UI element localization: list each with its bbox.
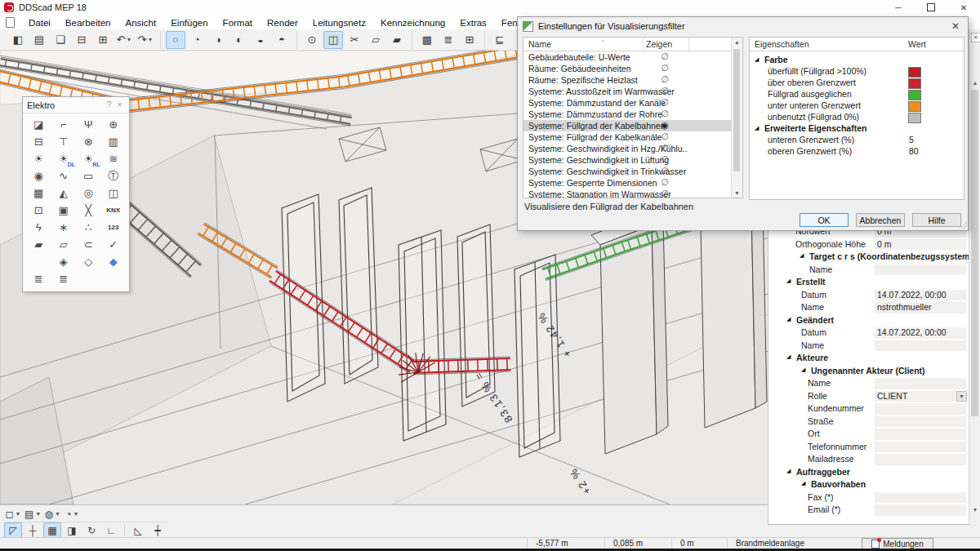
panel-row[interactable]: Datum14.07.2022, 00:00 [768, 289, 969, 302]
panel-row[interactable]: ◢Ungenannter Akteur (Client) [768, 365, 969, 378]
eye-hidden-icon[interactable]: ∅ [654, 109, 675, 119]
color-swatch[interactable] [908, 113, 921, 123]
eye-hidden-icon[interactable]: ∅ [654, 86, 675, 96]
panel-value-field[interactable]: 14.07.2022, 00:00 [875, 327, 966, 339]
junction-wye-icon[interactable]: Ψ [76, 116, 101, 133]
enclosure-blue-icon[interactable]: ◆ [101, 253, 127, 270]
fan-control-icon[interactable]: ∗ [51, 219, 77, 236]
panel-row[interactable]: ◢Bauvorhaben [768, 478, 969, 491]
panel-value-field[interactable] [875, 416, 966, 428]
lamp-outlet-icon[interactable]: ⊗ [76, 133, 101, 150]
panel-scrollbar[interactable]: ✕ ▲ ▼ [969, 29, 980, 524]
panel-close-icon[interactable]: ✕ [971, 33, 980, 42]
eye-hidden-icon[interactable]: ∅ [654, 143, 675, 153]
resize-grip[interactable] [960, 222, 967, 229]
panel-value-field[interactable] [875, 264, 966, 276]
eye-hidden-icon[interactable]: ∅ [654, 97, 675, 108]
circuit-numbering-icon[interactable]: 123 [101, 219, 127, 236]
view-axonometric-icon[interactable]: ◓ [272, 31, 292, 49]
filter-row[interactable]: Systeme: Geschwindigkeit in Hzg./Kühlu..… [523, 143, 742, 154]
panel-row[interactable]: Namenstrothmueller [768, 301, 969, 314]
menu-item-format[interactable]: Format [216, 18, 260, 28]
filter-row[interactable]: Systeme: Geschwindigkeit in Trinkwasser∅ [523, 166, 742, 177]
scroll-down-icon[interactable]: ▼ [969, 507, 980, 513]
eye-hidden-icon[interactable]: ∅ [654, 166, 675, 176]
scrollbar-thumb[interactable] [971, 90, 978, 416]
eye-hidden-icon[interactable]: ∅ [654, 189, 675, 198]
thermostat-icon[interactable]: Ⓣ [101, 167, 127, 184]
eye-hidden-icon[interactable]: ∅ [654, 74, 675, 85]
menu-item-bearbeiten[interactable]: Bearbeiten [58, 18, 118, 28]
origin-cross-icon[interactable]: ┿ [149, 522, 167, 538]
control-device-icon[interactable]: ▭ [76, 167, 101, 184]
property-row[interactable]: Füllgrad ausgeglichen [750, 89, 964, 100]
display-panel-icon[interactable]: ▣ [51, 202, 77, 219]
view-east-icon[interactable]: ◒ [251, 31, 270, 49]
panel-row[interactable]: RolleCLIENT▼ [768, 390, 969, 403]
filter-row[interactable]: Systeme: Ausstoßzeit im Warmwasser∅ [523, 86, 742, 97]
tree-collapse-icon[interactable]: ◢ [786, 316, 791, 322]
panel-value-field[interactable] [875, 492, 966, 504]
panel-value-field[interactable] [875, 454, 966, 465]
plug-node-icon[interactable]: ϟ [26, 219, 51, 236]
property-value[interactable]: 80 [909, 146, 919, 156]
new-file-icon[interactable] [6, 17, 15, 28]
panel-row[interactable]: Ort [768, 428, 969, 441]
tree-collapse-icon[interactable]: ◢ [786, 468, 791, 474]
panel-value-field[interactable] [875, 429, 966, 440]
model-globe-icon[interactable]: ◍▼ [43, 506, 61, 522]
menu-item-einfügen[interactable]: Einfügen [163, 18, 215, 28]
close-icon[interactable]: ✕ [947, 0, 980, 15]
view-perspective-icon[interactable]: ○ [166, 31, 185, 49]
tree-collapse-icon[interactable]: ◢ [786, 278, 791, 284]
panel-row[interactable]: Telefonnummer [768, 441, 969, 454]
double-switch-icon[interactable]: ⊤ [51, 133, 77, 150]
panel-row[interactable]: Email (*) [768, 504, 969, 517]
panel-value-field[interactable] [875, 340, 966, 352]
axis-tool-icon[interactable]: ∟ [102, 522, 120, 538]
antenna-field-large-icon[interactable]: ≣ [51, 270, 77, 287]
menu-item-kennzeichnung[interactable]: Kennzeichnung [373, 18, 452, 28]
temperature-sensor-icon[interactable]: ∿ [51, 167, 77, 184]
paste-detail-icon[interactable]: ▰ [387, 31, 407, 49]
antenna-field-small-icon[interactable]: ≣ [26, 270, 51, 287]
view-style-cube-icon[interactable]: ◻▼ [4, 506, 22, 522]
column-name[interactable]: Name [528, 39, 551, 49]
filter-row[interactable]: Systeme: Dämmzustand der Kanäle∅ [523, 97, 742, 109]
filter-row[interactable]: Räume: Gebäudeeinheiten∅ [523, 63, 742, 74]
tree-collapse-icon[interactable]: ◢ [755, 125, 759, 131]
minimize-icon[interactable]: ─ [882, 0, 915, 15]
menu-item-render[interactable]: Render [260, 18, 305, 28]
frame-outlet-icon[interactable]: ⊡ [26, 202, 51, 219]
dropdown-caret-icon[interactable]: ▼ [35, 511, 41, 517]
filter-row[interactable]: Systeme: Dämmzustand der Rohre∅ [523, 109, 742, 120]
tree-collapse-icon[interactable]: ◢ [755, 56, 759, 63]
help-icon[interactable]: ? [104, 100, 114, 109]
lamp-battery-icon[interactable]: ☀ [26, 150, 51, 167]
image-frame-icon[interactable]: ◧ [8, 31, 28, 49]
rotate-copy-icon[interactable]: ↻ [82, 522, 100, 538]
redo-icon[interactable]: ↷▼ [136, 31, 155, 49]
eye-hidden-icon[interactable]: ∅ [654, 63, 675, 73]
tree-collapse-icon[interactable]: ◢ [801, 480, 805, 487]
layer-set-icon[interactable]: ▤▼ [24, 506, 42, 522]
dimension-settings-icon[interactable]: ⊑ [490, 31, 510, 49]
filter-row[interactable]: Systeme: Gesperrte Dimensionen∅ [523, 177, 742, 189]
column-show[interactable]: Zeigen [646, 39, 672, 49]
view-rotate-icon[interactable]: ◐ [229, 31, 249, 49]
panel-value-field[interactable]: CLIENT [875, 391, 966, 402]
select-tool-icon[interactable]: ◸ [4, 522, 22, 538]
light-switch-icon[interactable]: ⌐ [51, 116, 77, 133]
loudspeaker-icon[interactable]: ◎ [76, 184, 101, 202]
tree-collapse-icon[interactable]: ◢ [800, 252, 804, 259]
knx-device-icon[interactable]: KNX [101, 202, 127, 219]
palette-header[interactable]: Elektro ? × [23, 97, 129, 113]
panel-row[interactable]: Straße [768, 415, 969, 429]
eye-visible-icon[interactable]: ◉ [654, 120, 675, 131]
filter-row[interactable]: Gebäudebauteile: U-Werte∅ [523, 51, 742, 63]
dropdown-caret-icon[interactable]: ▼ [55, 511, 60, 517]
detail-cut-icon[interactable]: ✂ [345, 31, 364, 49]
walkthrough-icon[interactable]: ≣ [439, 31, 458, 49]
tree-collapse-icon[interactable]: ◢ [786, 353, 791, 360]
eye-hidden-icon[interactable]: ∅ [654, 177, 675, 188]
